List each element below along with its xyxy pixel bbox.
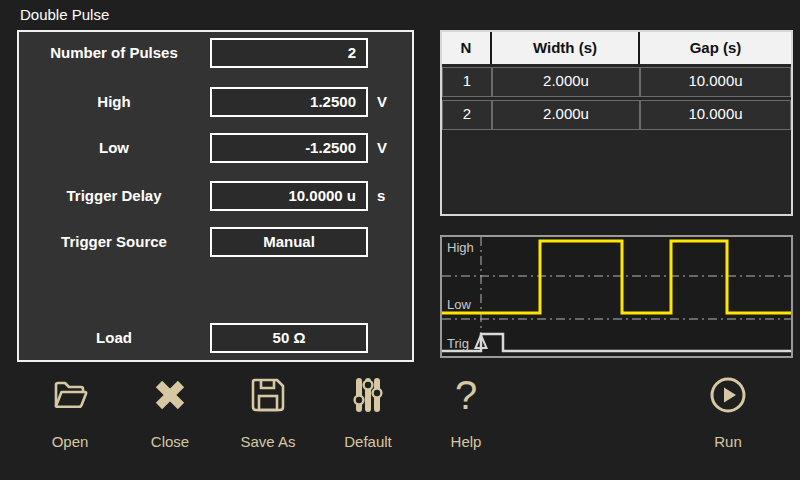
row-2-width-cell[interactable]: 2.000u bbox=[492, 100, 640, 130]
close-x-icon bbox=[130, 375, 210, 415]
high-level-label: High bbox=[447, 240, 474, 255]
trigger-delay-field[interactable]: 10.0000 u bbox=[210, 181, 368, 211]
row-2-gap-cell[interactable]: 10.000u bbox=[640, 100, 791, 130]
pulse-trace bbox=[442, 241, 791, 313]
form-row-trigger-source: Trigger Source Manual bbox=[19, 227, 412, 257]
trigger-delay-unit: s bbox=[377, 181, 385, 211]
row-1-width-cell[interactable]: 2.000u bbox=[492, 67, 640, 97]
trigger-source-field[interactable]: Manual bbox=[210, 227, 368, 257]
page-title: Double Pulse bbox=[20, 6, 109, 23]
column-header-n: N bbox=[442, 32, 492, 64]
row-1-gap-cell[interactable]: 10.000u bbox=[640, 67, 791, 97]
form-row-high: High 1.2500 V bbox=[19, 87, 412, 117]
trigger-delay-label: Trigger Delay bbox=[19, 181, 209, 211]
save-as-button-label: Save As bbox=[228, 433, 308, 450]
load-field[interactable]: 50 Ω bbox=[210, 323, 368, 353]
number-of-pulses-field[interactable]: 2 bbox=[210, 38, 368, 68]
default-button-label: Default bbox=[328, 433, 408, 450]
load-label: Load bbox=[19, 323, 209, 353]
form-row-trigger-delay: Trigger Delay 10.0000 u s bbox=[19, 181, 412, 211]
help-button[interactable]: ? Help bbox=[426, 375, 506, 455]
close-button[interactable]: Close bbox=[130, 375, 210, 455]
form-row-low: Low -1.2500 V bbox=[19, 133, 412, 163]
table-row: 2 2.000u 10.000u bbox=[442, 100, 791, 130]
high-unit: V bbox=[377, 87, 387, 117]
row-2-index: 2 bbox=[442, 100, 492, 130]
form-row-load: Load 50 Ω bbox=[19, 323, 412, 353]
high-field[interactable]: 1.2500 bbox=[210, 87, 368, 117]
run-button[interactable]: Run bbox=[688, 375, 768, 455]
open-folder-icon bbox=[30, 375, 110, 415]
high-label: High bbox=[19, 87, 209, 117]
trig-level-label: Trig bbox=[447, 336, 469, 351]
pulse-table-header: N Width (s) Gap (s) bbox=[442, 32, 791, 64]
low-field[interactable]: -1.2500 bbox=[210, 133, 368, 163]
pulse-table: N Width (s) Gap (s) 1 2.000u 10.000u 2 2… bbox=[440, 30, 793, 216]
low-label: Low bbox=[19, 133, 209, 163]
column-header-width: Width (s) bbox=[492, 32, 640, 64]
help-button-label: Help bbox=[426, 433, 506, 450]
sliders-icon bbox=[328, 375, 408, 415]
column-header-gap: Gap (s) bbox=[640, 32, 791, 64]
open-button[interactable]: Open bbox=[30, 375, 110, 455]
save-floppy-icon bbox=[228, 375, 308, 415]
table-row: 1 2.000u 10.000u bbox=[442, 67, 791, 97]
row-1-index: 1 bbox=[442, 67, 492, 97]
run-button-label: Run bbox=[688, 433, 768, 450]
question-mark-icon: ? bbox=[426, 375, 506, 415]
waveform-svg: High Low Trig bbox=[442, 237, 791, 356]
form-row-number-of-pulses: Number of Pulses 2 bbox=[19, 38, 412, 68]
open-button-label: Open bbox=[30, 433, 110, 450]
low-level-label: Low bbox=[447, 297, 471, 312]
trigger-source-label: Trigger Source bbox=[19, 227, 209, 257]
low-unit: V bbox=[377, 133, 387, 163]
play-circle-icon bbox=[688, 375, 768, 415]
save-as-button[interactable]: Save As bbox=[228, 375, 308, 455]
trigger-trace bbox=[442, 334, 791, 351]
default-button[interactable]: Default bbox=[328, 375, 408, 455]
waveform-preview: High Low Trig bbox=[440, 235, 793, 358]
close-button-label: Close bbox=[130, 433, 210, 450]
pulse-settings-panel: Number of Pulses 2 High 1.2500 V Low -1.… bbox=[17, 30, 414, 362]
number-of-pulses-label: Number of Pulses bbox=[19, 38, 209, 68]
